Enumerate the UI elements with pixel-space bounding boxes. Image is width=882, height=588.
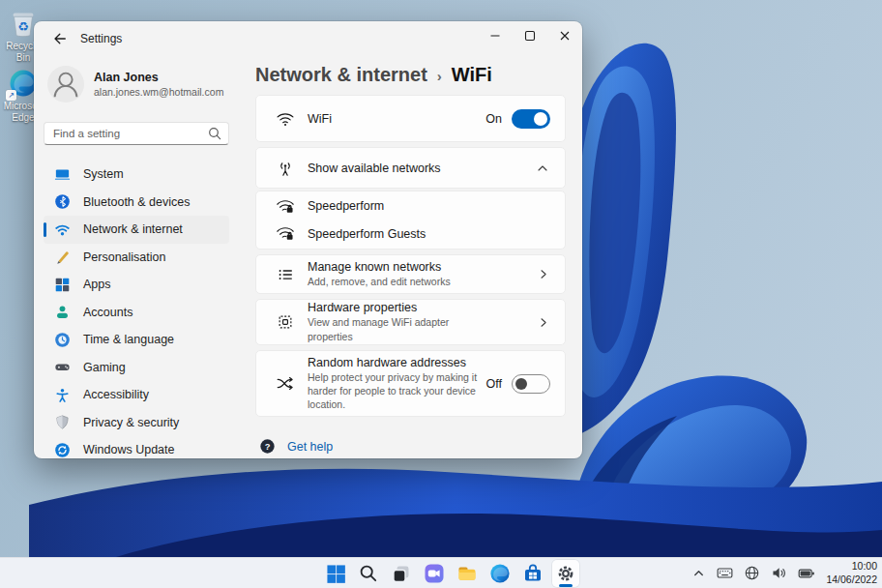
- time-language-icon: [54, 332, 71, 348]
- search-box: [44, 122, 229, 145]
- clock[interactable]: 10:00 14/06/2022: [826, 560, 877, 586]
- titlebar: Settings: [34, 21, 582, 56]
- card-title: Random hardware addresses: [308, 356, 486, 369]
- desktop: ♻ Recycle Bin ↗ Microsoft Edge: [0, 0, 882, 588]
- wifi-toggle[interactable]: [512, 109, 550, 129]
- avatar: [47, 66, 84, 103]
- breadcrumb: Network & internet › WiFi: [255, 64, 566, 86]
- list-icon: [276, 266, 295, 283]
- settings-taskbar-button[interactable]: [552, 560, 579, 587]
- gaming-icon: [54, 359, 71, 375]
- wifi-label: WiFi: [308, 112, 332, 126]
- sidebar-item-label: Accessibility: [83, 388, 149, 401]
- network-row[interactable]: Speedperform Guests: [256, 220, 565, 249]
- sidebar-item-gaming[interactable]: Gaming: [44, 354, 229, 382]
- network-icon: [54, 221, 71, 238]
- wifi-lock-icon: [276, 198, 295, 215]
- user-profile[interactable]: Alan Jones alan.jones.wm@hotmail.com: [44, 66, 229, 103]
- sidebar-item-label: Time & language: [83, 333, 174, 346]
- hardware-properties-card[interactable]: Hardware properties View and manage WiFi…: [255, 299, 566, 345]
- sidebar-item-time-language[interactable]: Time & language: [44, 326, 229, 354]
- breadcrumb-parent[interactable]: Network & internet: [255, 64, 427, 86]
- start-button[interactable]: [322, 560, 349, 587]
- sidebar-item-label: Privacy & security: [83, 416, 179, 429]
- maximize-button[interactable]: [513, 21, 547, 50]
- chip-icon: [276, 313, 295, 331]
- svg-text:♻: ♻: [17, 19, 29, 34]
- shortcut-arrow-icon: ↗: [6, 90, 16, 101]
- available-networks-list: Speedperform Speedperform Guests: [255, 191, 566, 250]
- main-panel: Network & internet › WiFi WiFi: [239, 56, 582, 458]
- wifi-icon: [276, 110, 295, 128]
- sidebar-item-label: Apps: [83, 278, 111, 291]
- search-input[interactable]: [44, 122, 229, 145]
- chevron-up-icon: [535, 161, 550, 176]
- window-controls: [478, 21, 582, 50]
- touch-keyboard-icon[interactable]: [715, 563, 735, 583]
- taskbar: 10:00 14/06/2022: [0, 557, 882, 588]
- card-subtitle: Help protect your privacy by making it h…: [308, 370, 486, 412]
- sidebar-nav: System Bluetooth & devices: [44, 161, 229, 458]
- chevron-right-icon: [536, 267, 550, 281]
- store-button[interactable]: [519, 560, 546, 587]
- network-name: Speedperform Guests: [308, 227, 426, 241]
- hidden-icons-chevron-icon[interactable]: [690, 564, 708, 582]
- bluetooth-icon: [54, 193, 71, 210]
- clock-time: 10:00: [826, 560, 877, 573]
- network-globe-icon[interactable]: [742, 563, 762, 583]
- close-button[interactable]: [547, 21, 582, 50]
- get-help-label: Get help: [287, 440, 333, 454]
- sidebar-item-system[interactable]: System: [44, 161, 229, 189]
- sidebar-item-bluetooth[interactable]: Bluetooth & devices: [44, 189, 229, 217]
- task-view-button[interactable]: [388, 560, 415, 587]
- sidebar-item-accounts[interactable]: Accounts: [44, 299, 229, 327]
- sidebar-item-label: Windows Update: [83, 443, 175, 456]
- show-networks-expander[interactable]: Show available networks: [255, 147, 566, 189]
- sidebar-item-label: System: [83, 167, 124, 181]
- system-icon: [54, 166, 71, 183]
- broadcast-icon: [276, 160, 295, 177]
- clock-date: 14/06/2022: [826, 573, 877, 587]
- card-title: Hardware properties: [308, 301, 493, 314]
- sidebar-item-network[interactable]: Network & internet: [44, 216, 229, 244]
- sidebar-item-windows-update[interactable]: Windows Update: [44, 436, 229, 458]
- window-title: Settings: [80, 32, 122, 45]
- user-email: alan.jones.wm@hotmail.com: [94, 86, 223, 98]
- accessibility-icon: [54, 387, 71, 403]
- sidebar-item-label: Network & internet: [83, 222, 183, 236]
- apps-icon: [54, 277, 71, 293]
- battery-icon[interactable]: [796, 563, 817, 584]
- user-name: Alan Jones: [94, 71, 223, 84]
- breadcrumb-separator-icon: ›: [437, 66, 442, 84]
- network-row[interactable]: Speedperform: [256, 192, 565, 220]
- sidebar-item-apps[interactable]: Apps: [44, 271, 229, 299]
- edge-button[interactable]: [486, 560, 514, 587]
- sidebar-item-label: Gaming: [83, 361, 126, 374]
- chevron-right-icon: [536, 315, 550, 330]
- settings-window: Settings: [34, 21, 582, 458]
- accounts-icon: [54, 304, 71, 320]
- network-name: Speedperform: [308, 199, 384, 213]
- random-hardware-toggle[interactable]: [512, 374, 550, 394]
- card-subtitle: View and manage WiFi adapter properties: [308, 315, 493, 342]
- sidebar-item-privacy[interactable]: Privacy & security: [44, 409, 229, 437]
- sidebar-item-accessibility[interactable]: Accessibility: [44, 381, 229, 409]
- sidebar-item-personalisation[interactable]: Personalisation: [44, 244, 229, 272]
- svg-text:?: ?: [265, 442, 271, 452]
- random-hardware-addresses-card: Random hardware addresses Help protect y…: [255, 350, 566, 417]
- get-help-link[interactable]: ? Get help: [255, 438, 566, 455]
- volume-icon[interactable]: [769, 563, 789, 583]
- card-title: Manage known networks: [308, 260, 451, 274]
- sidebar: Alan Jones alan.jones.wm@hotmail.com: [34, 56, 239, 458]
- manage-known-networks-card[interactable]: Manage known networks Add, remove, and e…: [255, 254, 566, 294]
- wifi-card: WiFi On: [255, 95, 566, 142]
- chat-button[interactable]: [421, 560, 448, 587]
- search-icon: [207, 126, 222, 141]
- back-button[interactable]: [46, 26, 72, 51]
- random-state-label: Off: [486, 377, 502, 391]
- sidebar-item-label: Bluetooth & devices: [83, 195, 191, 209]
- minimize-button[interactable]: [478, 21, 513, 50]
- taskbar-search-button[interactable]: [355, 560, 382, 587]
- file-explorer-button[interactable]: [454, 560, 481, 587]
- sidebar-item-label: Personalisation: [83, 250, 165, 264]
